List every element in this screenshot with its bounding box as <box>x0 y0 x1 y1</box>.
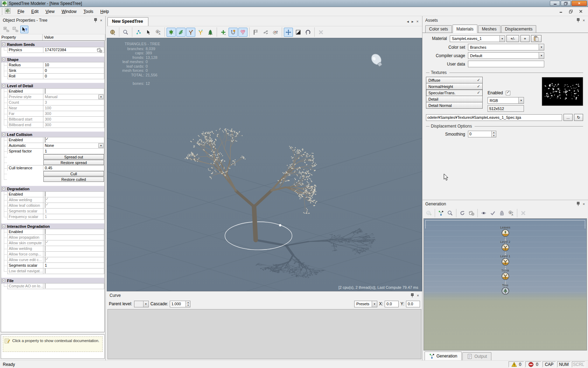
menu-help[interactable]: Help <box>97 8 113 15</box>
expand-all-icon[interactable] <box>2 26 10 33</box>
collapse-section-icon[interactable]: − <box>2 225 5 228</box>
rename-tool-icon[interactable]: BA <box>154 28 163 37</box>
camera-view-icon[interactable] <box>108 28 117 37</box>
toggle-visibility-icon[interactable] <box>479 209 488 217</box>
chevron-down-icon[interactable]: ▾ <box>98 95 104 99</box>
property-label[interactable] <box>7 159 43 165</box>
tab-displacements[interactable]: Displacements <box>501 25 537 33</box>
property-label[interactable]: Cull tolerance <box>7 165 43 171</box>
property-label[interactable]: Enabled <box>7 88 43 94</box>
scale-tool-icon[interactable] <box>294 28 303 37</box>
section-header[interactable]: −Level of Detail <box>1 83 104 89</box>
document-tab-new-speedtree[interactable]: New SpeedTree <box>107 17 148 26</box>
snap-toggle-icon[interactable] <box>229 28 238 37</box>
tab-next-icon[interactable]: ▸ <box>412 19 414 24</box>
property-label[interactable]: Allow curve edit c... <box>7 257 43 263</box>
texture-path-field[interactable]: odeler¥Samples¥Textures¥SampleLeaves_1_S… <box>426 114 562 121</box>
property-value[interactable]: 100 <box>43 105 104 111</box>
property-label[interactable]: Preview style <box>7 94 43 100</box>
cascade-stepper[interactable]: 1.000 ▲▼ <box>170 301 190 307</box>
checkbox[interactable] <box>45 137 46 142</box>
collapse-section-icon[interactable]: − <box>2 133 5 136</box>
curve-editor-canvas[interactable] <box>107 309 421 359</box>
collapse-all-icon[interactable] <box>11 26 19 33</box>
property-label[interactable]: Physics <box>7 47 43 53</box>
tab-close-icon[interactable]: × <box>416 19 419 24</box>
node-edit-tool-icon[interactable] <box>134 28 143 37</box>
chevron-down-icon[interactable]: ▾ <box>98 143 104 148</box>
whats-this-icon[interactable]: ? <box>20 26 28 33</box>
value-column-header[interactable]: Value <box>43 34 105 40</box>
collapse-section-icon[interactable]: − <box>2 187 5 190</box>
property-value[interactable]: 300 <box>43 111 104 117</box>
warning-counter[interactable]: 0 <box>509 361 524 367</box>
property-label[interactable]: Billboard end <box>7 122 43 128</box>
texture-slot-diffuse[interactable]: Diffuse✓ <box>426 77 483 83</box>
collapse-section-icon[interactable]: − <box>2 84 5 87</box>
zoom-graph-icon[interactable] <box>446 209 454 217</box>
property-value[interactable]: 10 <box>43 62 104 68</box>
generator-node-trunk[interactable]: Trunk <box>495 269 516 280</box>
property-label[interactable]: Far <box>7 111 43 117</box>
show-branches-icon[interactable] <box>186 28 195 37</box>
recompute-icon[interactable] <box>458 209 467 217</box>
spread-out-button[interactable]: Spread out <box>43 154 104 159</box>
show-fronds-icon[interactable] <box>176 28 186 37</box>
mdi-restore-button[interactable] <box>568 9 574 14</box>
select-tool-icon[interactable] <box>144 28 153 37</box>
menu-view[interactable]: View <box>42 8 58 15</box>
menu-file[interactable]: File <box>14 8 28 15</box>
collapse-section-icon[interactable]: − <box>2 58 5 61</box>
generator-node-tree[interactable]: Tree <box>495 284 516 295</box>
checkbox[interactable] <box>45 192 46 197</box>
close-panel-icon[interactable]: × <box>581 18 587 23</box>
minimize-button[interactable] <box>550 1 560 6</box>
user-data-field[interactable] <box>468 61 544 67</box>
mdi-close-button[interactable] <box>578 9 584 14</box>
property-value[interactable]: 0 <box>43 68 104 74</box>
material-paste-button[interactable] <box>531 35 541 42</box>
wind-tool-icon[interactable] <box>261 28 270 37</box>
section-header[interactable]: −Leaf Collision <box>1 131 104 137</box>
property-label[interactable]: Low detail navigat... <box>7 268 43 274</box>
property-label[interactable] <box>7 176 43 182</box>
checkbox[interactable] <box>45 229 46 234</box>
property-label[interactable]: Allow leaf collision <box>7 203 43 209</box>
close-button[interactable]: × <box>572 1 587 6</box>
texture-enabled-checkbox[interactable] <box>506 91 510 95</box>
texture-slot-detail[interactable]: Detail <box>426 96 483 102</box>
rename-node-icon[interactable]: BA <box>507 209 515 217</box>
property-label[interactable]: Roll <box>7 73 43 79</box>
material-select[interactable]: SampleLeaves_1▾ <box>450 35 505 42</box>
property-label[interactable]: Billboard start <box>7 116 43 122</box>
restore-button[interactable] <box>561 1 571 6</box>
property-value[interactable]: 1 <box>43 208 104 214</box>
close-panel-icon[interactable]: × <box>415 293 421 298</box>
property-label[interactable]: Frequency scalar <box>7 214 43 220</box>
property-label[interactable]: Segments scalar <box>7 263 43 268</box>
property-value[interactable]: 1 <box>43 214 104 220</box>
menu-edit[interactable]: Edit <box>28 8 42 15</box>
section-header[interactable]: −Random Seeds <box>1 41 104 47</box>
generator-node-level-2[interactable]: Level 2 <box>495 240 516 251</box>
pin-icon[interactable] <box>93 18 98 23</box>
error-counter[interactable]: 0 <box>525 361 541 367</box>
property-label[interactable]: Enabled <box>7 137 43 143</box>
property-label[interactable]: Radius <box>7 62 43 68</box>
channel-select[interactable]: RGB▾ <box>488 97 524 104</box>
property-label[interactable]: Allow welding <box>7 246 43 252</box>
dice-icon[interactable] <box>95 47 104 53</box>
tab-prev-icon[interactable]: ◂ <box>407 19 409 24</box>
cull-button[interactable]: Cull <box>43 171 104 176</box>
property-label[interactable]: Near <box>7 105 43 111</box>
browse-button[interactable]: ... <box>564 114 573 121</box>
property-value[interactable]: 300 <box>43 116 104 122</box>
lock-node-icon[interactable] <box>498 209 506 217</box>
restore-spread-button[interactable]: Restore spread <box>43 160 104 165</box>
section-header[interactable]: −File <box>1 278 104 284</box>
property-value[interactable]: Manual▾ <box>43 94 104 100</box>
property-label[interactable]: Count <box>7 100 43 105</box>
pin-icon[interactable] <box>575 18 581 23</box>
smoothing-stepper[interactable]: 0 ▲▼ <box>468 131 496 137</box>
property-label[interactable]: Allow force comp... <box>7 251 43 257</box>
